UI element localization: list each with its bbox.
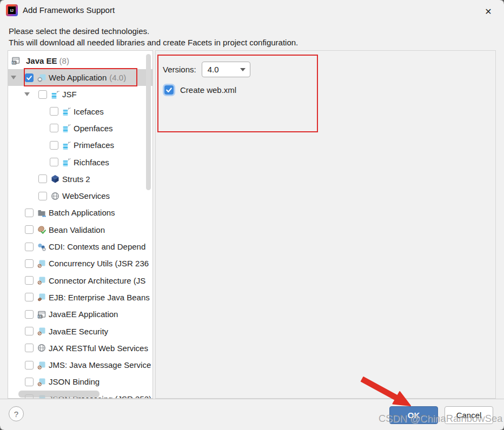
tree-item-label: Concurrency Utils (JSR 236 [49,259,149,268]
tree-item-label: JAX RESTful Web Services [49,344,148,353]
help-button[interactable]: ? [9,406,24,421]
tree-group-label: Java EE [26,56,57,65]
versions-label: Versions: [163,65,196,74]
checkbox[interactable] [25,344,34,352]
bluebox-icon [37,259,46,268]
tree-item-struts-2[interactable]: Struts 2 [8,171,152,187]
checkbox[interactable] [50,107,58,116]
checkbox[interactable] [25,276,34,285]
tree-item-label: CDI: Contexts and Depend [49,242,145,251]
tree-item-label: EJB: Enterprise Java Beans [49,293,150,302]
bluebox-icon [37,378,46,386]
tree-item-jax-restful-web-services[interactable]: JAX RESTful Web Services [8,340,152,357]
jsf-icon [62,107,71,116]
jsf-icon [62,141,71,150]
versions-selected-value: 4.0 [208,65,240,74]
checkbox[interactable] [25,310,34,319]
tree-item-web-application[interactable]: Web Application(4.0) [8,69,152,86]
tree-item-label: Openfaces [74,124,113,133]
instruction-line-2: This will download all needed libraries … [9,37,298,48]
java-ee-icon: EE [11,56,20,65]
footer-separator [0,399,504,399]
tree-item-label: JavaEE Application [49,310,118,319]
framework-settings-panel: Versions: 4.0 Create web.xml [155,50,496,399]
tree-item-webservices[interactable]: WebServices [8,187,152,204]
globe-icon [37,344,46,352]
jsf-icon [62,124,71,132]
tree-item-openfaces[interactable]: Openfaces [8,120,152,137]
checkbox[interactable] [50,124,58,132]
jsf-icon [62,158,71,166]
tree-item-label: Struts 2 [62,174,90,184]
webapp-icon [37,73,46,82]
tree-item-concurrency-utils-jsr-236[interactable]: Concurrency Utils (JSR 236 [8,255,152,272]
checkbox[interactable] [25,73,34,82]
checkbox[interactable] [25,243,34,251]
beancheck-icon [37,225,46,234]
horizontal-scrollbar-thumb[interactable] [18,391,100,398]
tree-item-label: Connector Architecture (JS [49,276,145,285]
tree-item-label: Web Application [49,73,107,82]
tree-item-icefaces[interactable]: Icefaces [8,103,152,120]
tree-group-count: (8) [59,56,69,65]
javaee-icon: EE [37,310,46,319]
checkbox[interactable] [38,90,47,99]
checkbox[interactable] [25,378,34,386]
vertical-scrollbar-thumb[interactable] [146,54,151,190]
checkbox[interactable] [25,327,34,335]
tree-item-javaee-security[interactable]: JavaEE Security [8,323,152,340]
create-webxml-checkbox[interactable] [164,85,174,95]
checkbox[interactable] [50,141,58,150]
checkbox[interactable] [25,361,34,369]
checkbox[interactable] [25,293,34,301]
tree-item-connector-architecture-js[interactable]: Connector Architecture (JS [8,272,152,289]
svg-text:EE: EE [38,314,42,318]
close-icon[interactable]: ✕ [481,4,495,18]
tree-item-label: Richfaces [74,158,109,167]
frameworks-tree-panel: EE Java EE (8) Web Application(4.0)JSFIc… [8,50,153,399]
tree-item-label: Icefaces [74,107,104,116]
jsf-icon [51,90,59,99]
tree-item-version: (4.0) [109,73,126,82]
bluebox-icon [37,276,46,285]
checkbox[interactable] [38,192,47,200]
tree-item-label: JMS: Java Message Service [49,360,151,369]
tree-item-cdi-contexts-and-depend[interactable]: CDI: Contexts and Depend [8,238,152,255]
tree-item-jms-java-message-service[interactable]: JMS: Java Message Service [8,357,152,373]
tree-item-javaee-application[interactable]: EEJavaEE Application [8,306,152,322]
tree-item-richfaces[interactable]: Richfaces [8,154,152,171]
checkbox[interactable] [25,209,34,217]
instruction-line-1: Please select the desired technologies. [9,25,298,37]
tree-item-label: Bean Validation [49,225,105,234]
tree-item-label: Batch Applications [49,208,115,217]
cancel-button[interactable]: Cancel [445,406,493,424]
tree-item-label: WebServices [62,191,110,200]
tree-item-primefaces[interactable]: Primefaces [8,137,152,153]
versions-select[interactable]: 4.0 [202,62,250,77]
expander-icon[interactable] [11,76,16,79]
svg-text:EE: EE [12,61,16,64]
bluebox-icon [37,361,46,369]
dialog-title: Add Frameworks Support [23,5,115,15]
checkbox[interactable] [25,225,34,234]
tree-group-java-ee[interactable]: EE Java EE (8) [8,53,152,68]
folder-icon [37,209,46,217]
checkbox[interactable] [38,174,47,183]
tree-item-label: JSF [62,90,77,99]
tree-item-jsf[interactable]: JSF [8,86,152,103]
ok-button[interactable]: OK [389,406,438,424]
add-frameworks-support-dialog: IJ Add Frameworks Support ✕ Please selec… [0,0,504,430]
tree-item-bean-validation[interactable]: Bean Validation [8,221,152,238]
checkbox[interactable] [50,158,58,166]
intellij-idea-icon: IJ [6,4,18,16]
instructions: Please select the desired technologies. … [9,25,298,48]
ejb-icon [37,293,46,301]
globe-icon [51,192,59,200]
tree-item-ejb-enterprise-java-beans[interactable]: EJB: Enterprise Java Beans [8,289,152,306]
tree-item-label: JavaEE Security [49,327,108,336]
tree-item-json-binding[interactable]: JSON Binding [8,373,152,390]
tree-item-batch-applications[interactable]: Batch Applications [8,204,152,221]
expander-icon[interactable] [24,92,30,96]
checkbox[interactable] [25,259,34,268]
bluebox-icon [37,327,46,335]
